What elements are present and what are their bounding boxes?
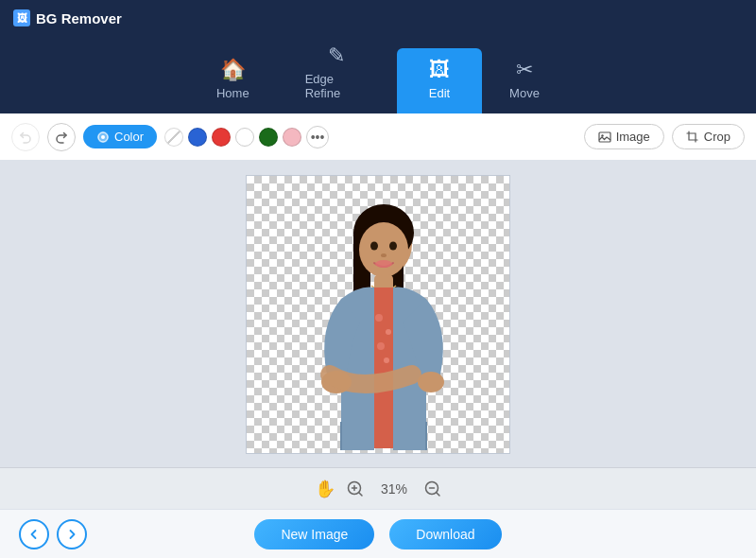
zoom-level: 31% bbox=[375, 481, 413, 497]
svg-point-12 bbox=[375, 260, 392, 268]
crop-button[interactable]: Crop bbox=[672, 124, 745, 149]
new-image-button[interactable]: New Image bbox=[254, 519, 374, 549]
nav-item-move[interactable]: ✂ Move bbox=[482, 48, 567, 113]
svg-rect-2 bbox=[599, 132, 610, 142]
more-colors-button[interactable]: ••• bbox=[306, 126, 329, 148]
bottombar-nav bbox=[19, 519, 87, 549]
edit-icon: 🖼 bbox=[429, 60, 450, 80]
nav-items: 🏠 Home ✎ Edge Refine 🖼 Edit ✂ Move bbox=[189, 34, 567, 113]
nav-label-edge-refine: Edge Refine bbox=[305, 72, 369, 100]
svg-point-16 bbox=[375, 314, 383, 322]
svg-point-18 bbox=[377, 342, 385, 350]
image-canvas bbox=[246, 175, 510, 454]
svg-point-17 bbox=[386, 329, 391, 335]
app-title-text: BG Remover bbox=[36, 10, 122, 26]
swatch-darkgreen[interactable] bbox=[259, 128, 278, 147]
prev-button[interactable] bbox=[19, 519, 49, 549]
swatch-transparent[interactable] bbox=[164, 128, 183, 147]
color-button[interactable]: Color bbox=[83, 125, 157, 148]
color-swatches: ••• bbox=[164, 126, 329, 148]
crop-label: Crop bbox=[704, 130, 730, 144]
hand-tool-icon[interactable]: ✋ bbox=[315, 479, 335, 499]
undo-button[interactable] bbox=[11, 123, 40, 151]
color-label: Color bbox=[114, 130, 144, 144]
zoom-in-button[interactable] bbox=[347, 480, 364, 497]
swatch-blue[interactable] bbox=[188, 128, 207, 147]
move-icon: ✂ bbox=[516, 60, 533, 80]
bottombar-actions: New Image Download bbox=[254, 519, 501, 549]
swatch-red[interactable] bbox=[212, 128, 231, 147]
svg-point-11 bbox=[381, 253, 387, 257]
zoombar: ✋ 31% bbox=[0, 467, 756, 509]
topbar: 🖼 BG Remover 🏠 Home ✎ Edge Refine 🖼 Edit… bbox=[0, 0, 756, 113]
nav-item-home[interactable]: 🏠 Home bbox=[189, 48, 277, 113]
svg-point-19 bbox=[384, 357, 389, 363]
download-button[interactable]: Download bbox=[389, 519, 501, 549]
svg-point-21 bbox=[418, 372, 444, 392]
svg-point-9 bbox=[370, 241, 378, 250]
image-label: Image bbox=[616, 130, 650, 144]
svg-point-10 bbox=[389, 241, 397, 250]
more-dots: ••• bbox=[311, 130, 325, 145]
toolbar: Color ••• Image Crop bbox=[0, 113, 756, 161]
person-svg bbox=[247, 176, 510, 454]
nav-label-move: Move bbox=[509, 86, 540, 100]
nav-label-edit: Edit bbox=[429, 86, 450, 100]
nav-item-edit[interactable]: 🖼 Edit bbox=[397, 48, 482, 113]
app-title: 🖼 BG Remover bbox=[13, 9, 122, 26]
nav-item-edge-refine[interactable]: ✎ Edge Refine bbox=[277, 34, 397, 113]
swatch-pink[interactable] bbox=[283, 128, 301, 147]
canvas-area bbox=[0, 161, 756, 467]
svg-rect-15 bbox=[374, 288, 393, 448]
bottombar: New Image Download bbox=[0, 509, 756, 558]
zoom-out-button[interactable] bbox=[424, 480, 441, 497]
svg-point-3 bbox=[601, 134, 603, 136]
redo-button[interactable] bbox=[47, 123, 76, 151]
edge-refine-icon: ✎ bbox=[328, 45, 345, 66]
home-icon: 🏠 bbox=[220, 60, 246, 80]
nav-label-home: Home bbox=[216, 86, 249, 100]
svg-point-8 bbox=[359, 222, 408, 277]
image-button[interactable]: Image bbox=[584, 124, 664, 149]
next-button[interactable] bbox=[57, 519, 87, 549]
swatch-white[interactable] bbox=[235, 128, 254, 147]
svg-point-1 bbox=[101, 135, 105, 139]
app-icon: 🖼 bbox=[13, 9, 30, 26]
